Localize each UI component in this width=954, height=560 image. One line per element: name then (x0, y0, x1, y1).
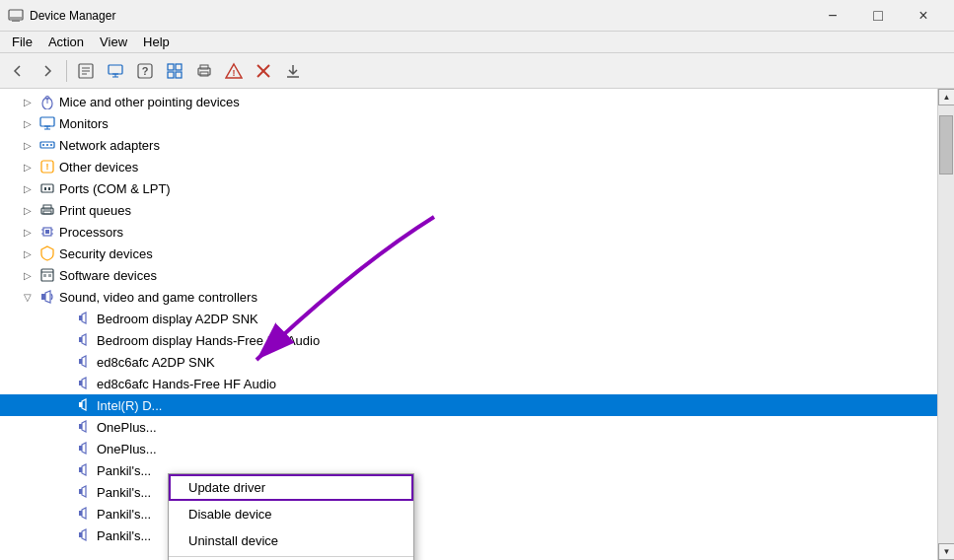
label-ed8c-a2dp: ed8c6afc A2DP SNK (97, 355, 215, 370)
tree-item-ports[interactable]: ▷ Ports (COM & LPT) (0, 177, 937, 199)
tree-item-bedroom-a2dp[interactable]: ▷ Bedroom display A2DP SNK (0, 308, 937, 329)
expand-icon-network[interactable]: ▷ (20, 137, 36, 153)
tree-item-monitors[interactable]: ▷ Monitors (0, 112, 937, 134)
scrollbar-thumb[interactable] (939, 115, 953, 175)
expand-icon-other[interactable]: ▷ (20, 159, 36, 175)
toolbar-help[interactable]: ? (131, 57, 159, 85)
toolbar-download[interactable] (279, 57, 307, 85)
toolbar-forward[interactable] (34, 57, 61, 85)
expand-icon-monitors[interactable]: ▷ (20, 115, 36, 131)
svg-point-33 (42, 144, 44, 146)
expand-icon-software[interactable]: ▷ (20, 267, 36, 283)
device-tree[interactable]: ▷ Mice and other pointing devices ▷ (0, 89, 937, 560)
toolbar-layout[interactable] (161, 57, 188, 85)
icon-bedroom-a2dp (76, 310, 94, 327)
app-icon (8, 8, 24, 24)
tree-item-print[interactable]: ▷ Print queues (0, 199, 937, 221)
toolbar-back[interactable] (4, 57, 32, 85)
menu-file[interactable]: File (4, 33, 40, 51)
tree-item-ed8c-hf[interactable]: ▷ ed8c6afc Hands-Free HF Audio (0, 373, 937, 394)
tree-item-other[interactable]: ▷ ! Other devices (0, 156, 937, 177)
toolbar-display[interactable] (102, 57, 129, 85)
icon-software (38, 266, 56, 284)
tree-item-software[interactable]: ▷ Software devices (0, 264, 937, 286)
icon-oneplus1 (76, 418, 94, 436)
restore-button[interactable]: □ (855, 0, 901, 32)
svg-rect-15 (168, 72, 174, 78)
tree-item-oneplus1[interactable]: ▷ OnePlus... (0, 416, 937, 438)
icon-network (38, 136, 56, 154)
toolbar-properties[interactable] (72, 57, 100, 85)
expand-icon-security[interactable]: ▷ (20, 245, 36, 261)
menu-help[interactable]: Help (135, 33, 178, 51)
tree-item-network[interactable]: ▷ Network adapters (0, 134, 937, 156)
label-pankil2: Pankil's... (97, 485, 151, 500)
context-menu-update-driver[interactable]: Update driver (169, 474, 413, 501)
scrollbar-up[interactable]: ▲ (938, 89, 954, 105)
toolbar: ? ! (0, 53, 954, 89)
tree-item-pankil4[interactable]: ▷ Pankil's... (0, 525, 937, 546)
label-network: Network adapters (59, 138, 160, 153)
toolbar-delete[interactable] (250, 57, 277, 85)
label-processors: Processors (59, 225, 123, 240)
expand-icon-ports[interactable]: ▷ (20, 180, 36, 196)
toolbar-print[interactable] (190, 57, 218, 85)
menu-action[interactable]: Action (40, 33, 92, 51)
minimize-button[interactable]: − (810, 0, 855, 32)
expand-icon-processors[interactable]: ▷ (20, 224, 36, 240)
expand-icon-print[interactable]: ▷ (20, 202, 36, 218)
svg-rect-1 (12, 20, 20, 22)
tree-item-pankil2[interactable]: ▷ Pankil's... (0, 481, 937, 503)
scrollbar-track[interactable] (938, 105, 954, 543)
icon-ed8c-a2dp (76, 353, 94, 371)
tree-item-bedroom-hf[interactable]: ▷ Bedroom display Hands-Free HF Audio (0, 329, 937, 351)
tree-item-mice[interactable]: ▷ Mice and other pointing devices (0, 91, 937, 112)
scrollbar-down[interactable]: ▼ (938, 543, 954, 560)
label-mice: Mice and other pointing devices (59, 95, 240, 109)
svg-rect-13 (168, 64, 174, 70)
title-bar: Device Manager − □ × (0, 0, 954, 32)
context-menu: Update driver Disable device Uninstall d… (168, 473, 414, 560)
tree-item-pankil3[interactable]: ▷ Pankil's... (0, 503, 937, 525)
svg-text:?: ? (142, 65, 149, 77)
tree-item-sound[interactable]: ▽ Sound, video and game controllers (0, 286, 937, 308)
label-software: Software devices (59, 268, 157, 283)
svg-rect-16 (176, 72, 182, 78)
context-menu-uninstall[interactable]: Uninstall device (169, 527, 413, 554)
svg-rect-39 (44, 187, 46, 190)
svg-rect-28 (40, 117, 54, 126)
svg-rect-38 (41, 184, 53, 192)
menu-view[interactable]: View (92, 33, 135, 51)
label-security: Security devices (59, 246, 153, 261)
tree-item-ed8c-a2dp[interactable]: ▷ ed8c6afc A2DP SNK (0, 351, 937, 373)
icon-pankil3 (76, 505, 94, 523)
svg-text:!: ! (233, 68, 236, 78)
svg-point-35 (50, 144, 52, 146)
menu-bar: File Action View Help (0, 32, 954, 53)
tree-item-processors[interactable]: ▷ Processors (0, 221, 937, 243)
tree-item-intel[interactable]: ▷ Intel(R) D... (0, 394, 937, 416)
svg-rect-43 (43, 211, 51, 214)
icon-print (38, 201, 56, 219)
tree-item-oneplus2[interactable]: ▷ OnePlus... (0, 438, 937, 459)
label-oneplus1: OnePlus... (97, 420, 157, 435)
icon-pankil1 (76, 461, 94, 479)
context-menu-disable[interactable]: Disable device (169, 501, 413, 527)
toolbar-sep1 (66, 60, 67, 82)
tree-item-pankil1[interactable]: ▷ Pankil's... (0, 459, 937, 481)
label-ports: Ports (COM & LPT) (59, 181, 171, 196)
scrollbar[interactable]: ▲ ▼ (937, 89, 954, 560)
svg-rect-7 (109, 65, 122, 74)
label-bedroom-a2dp: Bedroom display A2DP SNK (97, 312, 258, 326)
svg-rect-45 (45, 230, 49, 234)
toolbar-warning[interactable]: ! (220, 57, 248, 85)
icon-ed8c-hf (76, 375, 94, 392)
icon-intel (76, 396, 94, 414)
close-button[interactable]: × (901, 0, 946, 32)
expand-icon-sound[interactable]: ▽ (20, 289, 36, 305)
tree-item-security[interactable]: ▷ Security devices (0, 243, 937, 264)
svg-rect-40 (48, 187, 50, 190)
expand-icon-mice[interactable]: ▷ (20, 94, 36, 109)
icon-other: ! (38, 158, 56, 175)
icon-mice (38, 93, 56, 110)
